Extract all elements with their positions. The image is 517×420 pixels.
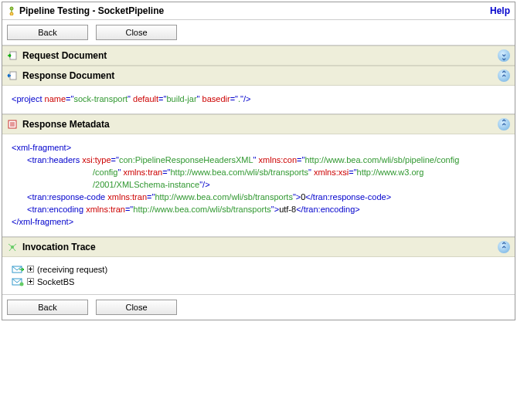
svg-point-2 [10, 12, 13, 15]
collapse-icon[interactable]: ⌃⌃ [498, 69, 510, 82]
val-xmlns-tran: http://www.bea.com/wli/sb/transports [170, 168, 308, 177]
svg-point-20 [20, 282, 24, 286]
svg-line-12 [12, 244, 16, 247]
trace-socketbs-text: SocketBS [37, 277, 74, 286]
tag-encoding: tran:encoding [32, 205, 83, 214]
expand-icon[interactable]: ⌄⌄ [498, 49, 510, 62]
page-title: Pipeline Testing - SocketPipeline [7, 5, 164, 16]
close-button-bottom[interactable]: Close [96, 300, 177, 315]
attr-xmlns-xsi: xmlns:xsi [314, 168, 349, 177]
val-name: sock-transport [73, 94, 128, 103]
val-xsi-type: con:PipelineResponseHeadersXML [119, 155, 253, 164]
attr-xsi-type: xsi:type [82, 155, 111, 164]
svg-rect-5 [10, 72, 16, 80]
help-link[interactable]: Help [490, 5, 510, 16]
expand-plus-icon[interactable] [27, 278, 34, 285]
val-default: build-jar [166, 94, 196, 103]
tag-encoding-close: tran:encoding [304, 205, 355, 214]
top-button-row: Back Close [2, 20, 515, 46]
response-document-body: <project name="sock-transport" default="… [2, 86, 515, 114]
trace-icon [7, 242, 18, 252]
trace-row-socketbs[interactable]: SocketBS [12, 276, 505, 288]
tag-response-code-close: tran:response-code [313, 192, 386, 202]
tag-xml-fragment: xml-fragment [16, 143, 66, 152]
response-metadata-title: Response Metadata [22, 119, 110, 130]
response-document-header[interactable]: Response Document ⌃⌃ [2, 66, 515, 86]
svg-line-11 [9, 244, 12, 247]
svg-rect-4 [10, 52, 16, 59]
attr-xmlns-tran: xmlns:tran [123, 168, 162, 177]
response-document-title: Response Document [22, 70, 114, 81]
page-title-text: Pipeline Testing - SocketPipeline [19, 5, 164, 16]
envelope-icon [12, 277, 24, 286]
attr-default: default [133, 94, 158, 103]
attr-xmlns-tran2: xmlns:tran [107, 192, 147, 202]
svg-point-0 [10, 7, 13, 10]
val-xmlns-tran3: http://www.bea.com/wli/sb/transports [133, 205, 271, 214]
attr-xmlns-tran3: xmlns:tran [86, 205, 125, 214]
response-arrow-icon [7, 70, 18, 81]
svg-line-13 [9, 247, 12, 251]
attr-name: name [45, 94, 66, 103]
back-button-bottom[interactable]: Back [7, 300, 88, 315]
response-metadata-header[interactable]: Response Metadata ⌃⌃ [2, 114, 515, 134]
metadata-icon [7, 119, 18, 130]
trace-row-receiving[interactable]: (receiving request) [12, 263, 505, 276]
page-container: Pipeline Testing - SocketPipeline Help B… [2, 2, 515, 320]
collapse-icon[interactable]: ⌃⌃ [498, 241, 510, 253]
expand-plus-icon[interactable] [27, 266, 34, 273]
svg-line-14 [12, 247, 15, 251]
request-document-header[interactable]: Request Document ⌄⌄ [2, 46, 515, 66]
request-document-title: Request Document [22, 50, 107, 61]
invocation-trace-body: (receiving request) SocketBS [2, 257, 515, 294]
envelope-in-icon [12, 265, 24, 274]
tag-project: project [16, 94, 42, 103]
trace-receiving-text: (receiving request) [37, 265, 107, 274]
tag-xml-fragment-close: xml-fragment [19, 217, 68, 226]
tag-tran-headers: tran:headers [32, 155, 80, 164]
collapse-icon[interactable]: ⌃⌃ [498, 118, 510, 130]
back-button[interactable]: Back [7, 25, 88, 40]
invocation-trace-title: Invocation Trace [22, 242, 96, 252]
page-header: Pipeline Testing - SocketPipeline Help [2, 2, 515, 20]
bottom-button-row: Back Close [2, 294, 515, 320]
tag-response-code: tran:response-code [32, 192, 105, 202]
val-xmlns-tran2: http://www.bea.com/wli/sb/transports [155, 192, 293, 202]
val-xmlns-con: http://www.bea.com/wli/sb/pipeline/confi… [304, 155, 459, 164]
text-encoding: utf-8 [279, 205, 296, 214]
attr-xmlns-con: xmlns:con [259, 155, 298, 164]
request-arrow-icon [7, 50, 18, 61]
pipeline-icon [7, 6, 16, 15]
invocation-trace-header[interactable]: Invocation Trace ⌃⌃ [2, 237, 515, 257]
close-button[interactable]: Close [96, 25, 177, 40]
response-metadata-body: <xml-fragment> <tran:headers xsi:type="c… [2, 134, 515, 237]
attr-basedir: basedir [202, 94, 230, 103]
